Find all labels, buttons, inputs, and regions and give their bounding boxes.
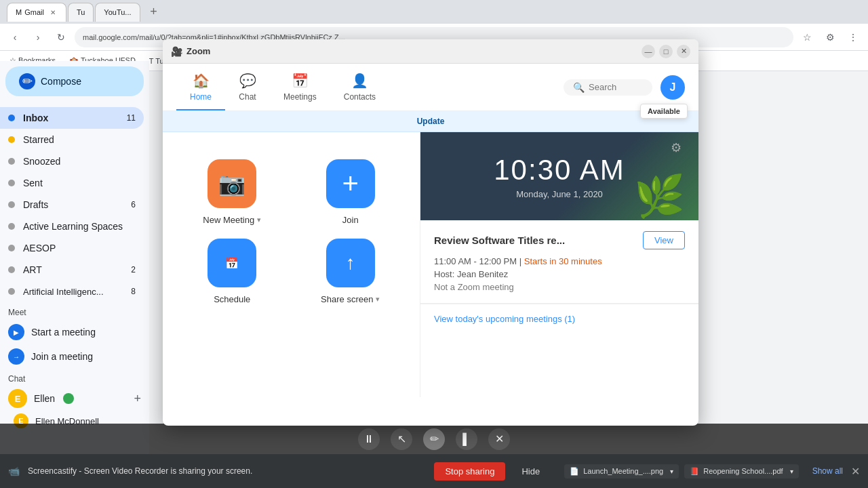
drafts-badge: 6 [131, 200, 136, 209]
zoom-actions-panel: 📷 New Meeting ▾ + Join 📅 S [163, 132, 420, 397]
share-screen-action[interactable]: ↑ Share screen ▾ [302, 239, 400, 304]
zoom-minimize-button[interactable]: — [642, 45, 655, 58]
sidebar-item-snoozed[interactable]: Snoozed [0, 150, 144, 172]
meeting-hero: 10:30 AM Monday, June 1, 2020 🌿 [420, 132, 698, 220]
chat-add-button[interactable]: + [134, 392, 141, 406]
share-screen-button[interactable]: ↑ [326, 239, 375, 287]
browser-tab-2[interactable]: Tu [68, 3, 94, 22]
zoom-avatar-button[interactable]: J Available [660, 75, 685, 100]
pen-tool[interactable]: ✏ [423, 428, 445, 450]
active-learning-dot [8, 223, 15, 230]
meeting-card-header: Review Software Titles re... View [434, 231, 685, 249]
join-meeting-item[interactable]: → Join a meeting [0, 344, 149, 369]
join-text: Join [342, 215, 359, 225]
meetings-icon: 📅 [291, 72, 309, 89]
show-all-button[interactable]: Show all [812, 466, 843, 476]
zoom-titlebar: 🎥 Zoom — □ ✕ [163, 39, 698, 64]
search-input[interactable] [589, 82, 643, 92]
meeting-card: Review Software Titles re... View 11:00 … [420, 220, 698, 304]
starts-soon-label: Starts in 30 minutes [524, 256, 602, 266]
sidebar-item-ai[interactable]: Artificial Intelligenc... 8 [0, 281, 144, 302]
new-meeting-label: New Meeting ▾ [203, 215, 261, 225]
sidebar-item-active-learning[interactable]: Active Learning Spaces [0, 216, 144, 237]
join-action[interactable]: + Join [302, 159, 400, 225]
download-chevron-1: ▾ [670, 468, 673, 475]
forward-button[interactable]: › [28, 28, 47, 47]
meetings-label: Meetings [283, 92, 317, 102]
chat-icon: 💬 [239, 72, 256, 89]
download-item-2[interactable]: 📕 Reopening School....pdf ▾ [684, 464, 798, 479]
zoom-nav-home[interactable]: 🏠 Home [176, 64, 225, 110]
sent-dot [8, 180, 15, 186]
compose-button[interactable]: ✏ Compose [5, 66, 144, 96]
pause-button[interactable]: ⏸ [358, 428, 380, 450]
view-meeting-button[interactable]: View [643, 231, 685, 249]
extensions-button[interactable]: ⚙ [821, 28, 840, 47]
schedule-button[interactable]: 📅 [208, 239, 256, 287]
back-button[interactable]: ‹ [5, 28, 24, 47]
chat-ellen-item[interactable]: E Ellen + [0, 386, 149, 411]
highlight-tool[interactable]: ▌ [456, 428, 477, 450]
sidebar-item-inbox[interactable]: Inbox 11 [0, 107, 144, 129]
snoozed-label: Snoozed [23, 156, 60, 167]
contacts-icon: 👤 [351, 72, 368, 89]
zoom-window: 🎥 Zoom — □ ✕ 🏠 Home 💬 Chat 📅 Meetings 👤 … [163, 39, 698, 426]
new-tab-button[interactable]: + [144, 3, 163, 22]
available-label: Available [648, 107, 680, 115]
close-drawing-button[interactable]: ✕ [488, 428, 510, 450]
cursor-tool[interactable]: ↖ [391, 428, 412, 450]
share-screen-label: Share screen ▾ [321, 294, 380, 304]
starred-dot [8, 136, 15, 143]
hero-plant-decoration: 🌿 [634, 172, 685, 220]
sidebar-item-art[interactable]: ART 2 [0, 259, 144, 281]
new-meeting-button[interactable]: 📷 [208, 159, 256, 208]
chat-ellen-label: Ellen [34, 393, 55, 404]
meeting-note: Not a Zoom meeting [434, 282, 685, 292]
bookmark-button[interactable]: ☆ [797, 28, 816, 47]
sidebar-item-sent[interactable]: Sent [0, 172, 144, 194]
drafts-label: Drafts [23, 199, 48, 210]
meeting-title: Review Software Titles re... [434, 235, 565, 246]
new-meeting-icon: 📷 [218, 171, 245, 197]
zoom-nav-chat[interactable]: 💬 Chat [225, 64, 270, 110]
hide-button[interactable]: Hide [513, 462, 548, 481]
download-name-2: Reopening School....pdf [703, 467, 783, 475]
search-icon: 🔍 [573, 82, 585, 93]
zoom-nav-contacts[interactable]: 👤 Contacts [330, 64, 389, 110]
zoom-settings-button[interactable]: ⚙ [666, 138, 686, 158]
zoom-maximize-button[interactable]: □ [659, 45, 673, 58]
art-label: ART [23, 264, 42, 275]
zoom-search-bar[interactable]: 🔍 [564, 79, 652, 96]
new-meeting-action[interactable]: 📷 New Meeting ▾ [183, 159, 281, 225]
art-dot [8, 266, 15, 273]
tab-label: Gmail [24, 8, 44, 16]
notification-close-button[interactable]: ✕ [851, 465, 860, 478]
reload-button[interactable]: ↻ [52, 28, 71, 47]
start-meeting-item[interactable]: ▶ Start a meeting [0, 320, 149, 344]
inbox-dot [8, 115, 15, 121]
update-link[interactable]: Update [417, 117, 445, 126]
zoom-nav-meetings[interactable]: 📅 Meetings [270, 64, 330, 110]
stop-sharing-button[interactable]: Stop sharing [434, 462, 505, 481]
aesop-dot [8, 245, 15, 251]
view-upcoming-meetings[interactable]: View today's upcoming meetings (1) [420, 304, 698, 333]
join-button[interactable]: + [326, 159, 375, 208]
schedule-action[interactable]: 📅 Schedule [183, 239, 281, 304]
download-item-1[interactable]: 📄 Launch_Meeting_....png ▾ [564, 464, 679, 479]
zoom-right-panel: 10:30 AM Monday, June 1, 2020 🌿 Review S… [420, 132, 698, 397]
download-icon-2: 📕 [690, 467, 699, 476]
sidebar-item-drafts[interactable]: Drafts 6 [0, 194, 144, 216]
sidebar-item-starred[interactable]: Starred [0, 129, 144, 150]
browser-tab-3[interactable]: YouTu... [95, 3, 140, 22]
inbox-badge: 11 [127, 113, 136, 123]
menu-button[interactable]: ⋮ [844, 28, 863, 47]
chat-avatar: E [8, 389, 27, 408]
sidebar-item-aesop[interactable]: AESOP [0, 237, 144, 259]
tab-close-icon[interactable]: ✕ [48, 7, 58, 17]
meeting-host: Host: Jean Benitez [434, 269, 685, 279]
zoom-close-button[interactable]: ✕ [677, 45, 690, 58]
update-banner: Update [163, 111, 698, 132]
schedule-label: Schedule [214, 294, 250, 304]
browser-tab-gmail[interactable]: M Gmail ✕ [7, 3, 66, 22]
schedule-text: Schedule [214, 294, 250, 304]
